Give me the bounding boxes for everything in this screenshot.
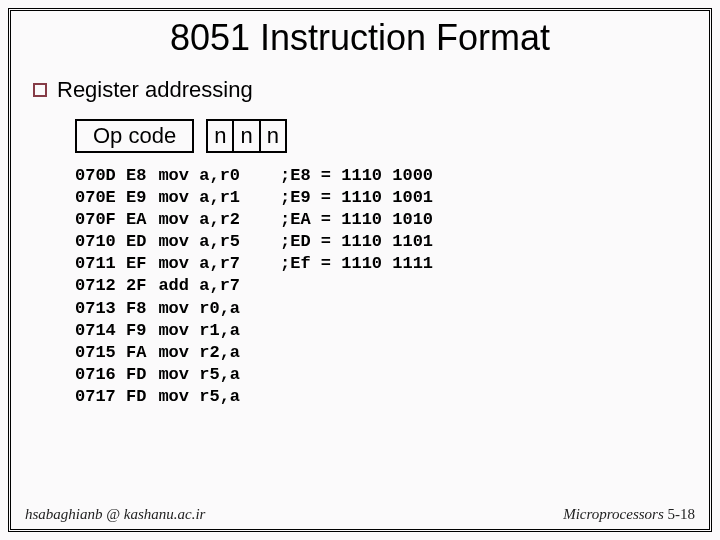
n-bit-cell: n <box>206 119 234 153</box>
bullet-square-icon <box>33 83 47 97</box>
bullet-text: Register addressing <box>57 77 253 103</box>
slide-title: 8051 Instruction Format <box>11 17 709 59</box>
code-listing: 070D E8 070E E9 070F EA 0710 ED 0711 EF … <box>75 165 709 408</box>
format-boxes: Op code n n n <box>75 119 709 153</box>
n-bit-cell: n <box>261 119 287 153</box>
slide-frame: 8051 Instruction Format Register address… <box>8 8 712 532</box>
footer-author: hsabaghianb @ kashanu.ac.ir <box>25 506 205 523</box>
register-bits-box: n n n <box>206 119 287 153</box>
slide-footer: hsabaghianb @ kashanu.ac.ir Microprocess… <box>25 506 695 523</box>
listing-address-column: 070D E8 070E E9 070F EA 0710 ED 0711 EF … <box>75 165 146 408</box>
bullet-row: Register addressing <box>33 77 709 103</box>
footer-page-number: 5-18 <box>668 506 696 522</box>
listing-decode-column: ;E8 = 1110 1000 ;E9 = 1110 1001 ;EA = 11… <box>280 165 433 408</box>
opcode-field-box: Op code <box>75 119 194 153</box>
footer-course: Microprocessors <box>563 506 667 522</box>
footer-right: Microprocessors 5-18 <box>563 506 695 523</box>
n-bit-cell: n <box>234 119 260 153</box>
listing-mnemonic-column: mov a,r0 mov a,r1 mov a,r2 mov a,r5 mov … <box>158 165 240 408</box>
